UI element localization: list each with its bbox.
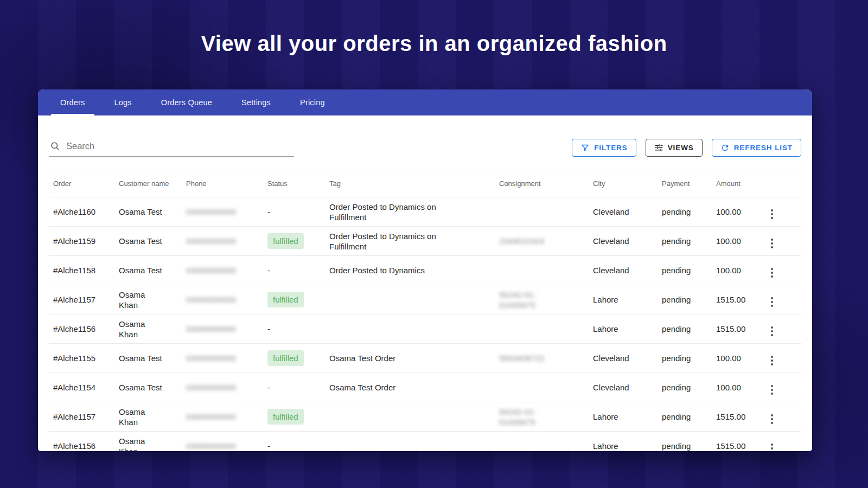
status-cell: - [263, 256, 325, 285]
row-menu-icon[interactable] [765, 237, 778, 250]
order-id-cell: #Alche1156 [49, 432, 114, 452]
phone-masked-value: 03000000000 [186, 265, 236, 275]
city-cell: Cleveland [589, 344, 658, 373]
table-row: #Alche1160Osama Test03000000000-Order Po… [49, 197, 801, 227]
order-id-cell: #Alche1156 [49, 314, 114, 344]
consignment-masked-value: 55242-01- 01005675 [499, 407, 536, 427]
toolbar: FILTERS VIEWS REFRESH LIST [49, 134, 801, 157]
column-header: City [589, 170, 658, 197]
tag-cell [325, 314, 495, 344]
table-row: #Alche1156Osama Khan03000000000-Lahorepe… [49, 432, 801, 452]
payment-cell: pending [658, 344, 712, 373]
filters-button-label: FILTERS [594, 144, 628, 152]
phone-masked-value: 03000000000 [186, 294, 236, 305]
column-header: Order [49, 170, 114, 197]
tag-cell: Osama Test Order [325, 373, 495, 402]
tag-cell: Order Posted to Dynamics on Fulfillment [325, 227, 495, 256]
consignment-cell: 55242-01- 01005675 [495, 402, 589, 432]
row-menu-icon[interactable] [765, 325, 778, 338]
row-actions-cell [761, 285, 801, 314]
phone-masked-value: 03000000000 [186, 353, 236, 363]
phone-cell: 03000000000 [182, 197, 263, 227]
city-cell: Cleveland [589, 197, 658, 227]
order-id-cell: #Alche1160 [49, 197, 114, 227]
city-cell: Cleveland [589, 373, 658, 402]
row-actions-cell [761, 197, 801, 227]
row-menu-icon[interactable] [765, 413, 778, 426]
column-header [761, 170, 801, 197]
table-body: #Alche1160Osama Test03000000000-Order Po… [49, 197, 801, 452]
search-field[interactable] [49, 141, 294, 157]
search-input[interactable] [66, 141, 293, 151]
refresh-list-button[interactable]: REFRESH LIST [712, 139, 801, 157]
row-menu-icon[interactable] [765, 266, 778, 279]
amount-cell: 100.00 [712, 256, 761, 285]
phone-cell: 03000000000 [182, 285, 263, 314]
tag-cell: Order Posted to Dynamics on Fulfillment [325, 197, 495, 227]
payment-cell: pending [658, 314, 712, 344]
status-cell: fulfilled [263, 344, 325, 373]
tab-orders-queue[interactable]: Orders Queue [146, 89, 227, 115]
status-cell: - [263, 373, 325, 402]
row-actions-cell [761, 432, 801, 452]
amount-cell: 1515.00 [712, 402, 761, 432]
row-menu-icon[interactable] [765, 208, 778, 221]
status-cell: - [263, 314, 325, 344]
order-id-cell: #Alche1154 [49, 373, 114, 402]
consignment-cell [495, 314, 589, 344]
tag-cell: Osama Test Order [325, 344, 495, 373]
tab-orders[interactable]: Orders [46, 89, 100, 115]
amount-cell: 100.00 [712, 373, 761, 402]
status-badge: fulfilled [267, 350, 304, 366]
row-menu-icon[interactable] [765, 296, 778, 309]
payment-cell: pending [658, 402, 712, 432]
consignment-cell: 2344022424 [495, 227, 589, 256]
views-button[interactable]: VIEWS [646, 139, 703, 157]
row-actions-cell [761, 256, 801, 285]
payment-cell: pending [658, 373, 712, 402]
search-icon [50, 141, 60, 151]
tab-bar: OrdersLogsOrders QueueSettingsPricing [38, 89, 812, 115]
column-header: Tag [325, 170, 495, 197]
status-cell: fulfilled [263, 402, 325, 432]
order-id-cell: #Alche1157 [49, 285, 114, 314]
tag-cell [325, 402, 495, 432]
filters-button[interactable]: FILTERS [572, 139, 636, 157]
payment-cell: pending [658, 197, 712, 227]
tab-settings[interactable]: Settings [227, 89, 285, 115]
table-row: #Alche1156Osama Khan03000000000-Lahorepe… [49, 314, 801, 344]
column-header: Customer name [114, 170, 182, 197]
row-actions-cell [761, 402, 801, 432]
city-cell: Cleveland [589, 227, 658, 256]
phone-masked-value: 03000000000 [186, 382, 236, 393]
order-id-cell: #Alche1155 [49, 344, 114, 373]
phone-cell: 03000000000 [182, 344, 263, 373]
customer-name-cell: Osama Test [114, 227, 182, 256]
order-id-cell: #Alche1157 [49, 402, 114, 432]
customer-name-cell: Osama Khan [114, 432, 182, 452]
amount-cell: 1515.00 [712, 432, 761, 452]
status-badge: fulfilled [267, 292, 304, 307]
row-actions-cell [761, 344, 801, 373]
consignment-cell: 55242-01- 01005675 [495, 285, 589, 314]
order-id-cell: #Alche1159 [49, 227, 114, 256]
payment-cell: pending [658, 285, 712, 314]
phone-cell: 03000000000 [182, 402, 263, 432]
amount-cell: 1515.00 [712, 314, 761, 344]
tab-logs[interactable]: Logs [100, 89, 146, 115]
amount-cell: 100.00 [712, 197, 761, 227]
customer-name-cell: Osama Test [114, 344, 182, 373]
row-menu-icon[interactable] [765, 354, 778, 367]
row-menu-icon[interactable] [765, 442, 778, 452]
column-header: Phone [182, 170, 263, 197]
row-menu-icon[interactable] [765, 383, 778, 396]
phone-cell: 03000000000 [182, 314, 263, 344]
views-button-label: VIEWS [668, 144, 694, 152]
panel-content: FILTERS VIEWS REFRESH LIST [38, 134, 812, 451]
tab-pricing[interactable]: Pricing [285, 89, 340, 115]
row-actions-cell [761, 373, 801, 402]
customer-name-cell: Osama Khan [114, 314, 182, 344]
amount-cell: 100.00 [712, 227, 761, 256]
refresh-icon [720, 143, 730, 152]
table-row: #Alche1159Osama Test03000000000fulfilled… [49, 227, 801, 256]
